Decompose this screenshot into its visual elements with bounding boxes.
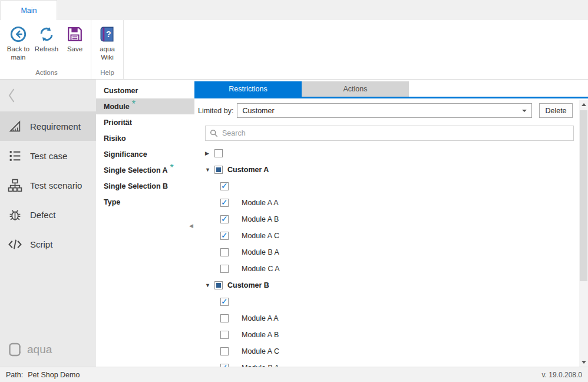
sidebar-item-requirement[interactable]: Requirement xyxy=(0,111,96,141)
modified-asterisk-icon: * xyxy=(132,99,136,110)
limited-by-label: Limited by: xyxy=(198,107,233,115)
limited-by-dropdown[interactable]: Customer xyxy=(237,103,532,118)
tree-item-label: Module A B xyxy=(242,215,279,223)
field-item-priorit-t[interactable]: Priorität xyxy=(96,114,194,130)
scroll-up-icon[interactable] xyxy=(579,100,588,109)
checkbox-unchecked[interactable] xyxy=(220,314,229,322)
ribbon-button-label: Back to main xyxy=(4,45,32,61)
field-item-risiko[interactable]: Risiko xyxy=(96,130,194,146)
tab-restrictions[interactable]: Restrictions xyxy=(194,81,302,97)
tree-item-module-a-c[interactable]: Module A C xyxy=(205,343,588,360)
splitter-collapse-icon[interactable] xyxy=(189,223,193,229)
sidebar-collapse-button[interactable] xyxy=(0,80,96,111)
chevron-down-icon xyxy=(522,110,527,112)
checkbox-checked[interactable] xyxy=(220,364,229,367)
aqua-wiki-button[interactable]: ?aqua Wiki xyxy=(93,24,121,61)
tree-item-label: Module A C xyxy=(242,347,279,355)
refresh-icon xyxy=(38,25,55,43)
ribbon-group-actions: Back to mainRefreshSaveActions xyxy=(2,20,91,79)
restrictions-panel: RestrictionsActions Limited by: Customer… xyxy=(194,80,588,367)
tree-item-label: Module B A xyxy=(242,364,279,367)
version-label: v. 19.0.208.0 xyxy=(542,371,583,379)
checkbox-checked[interactable] xyxy=(220,232,229,240)
vertical-scrollbar[interactable] xyxy=(579,100,588,367)
sidebar-item-defect[interactable]: Defect xyxy=(0,200,96,229)
checkbox-unchecked[interactable] xyxy=(220,265,229,273)
ribbon-tab-main[interactable]: Main xyxy=(1,0,57,20)
tree-expander-icon[interactable]: ▼ xyxy=(205,167,214,173)
save-icon xyxy=(66,25,84,43)
tree-item-customer-b[interactable]: ▼Customer B xyxy=(205,277,588,294)
tree-item-module-a-b[interactable]: Module A B xyxy=(205,211,588,228)
sidebar-item-label: Defect xyxy=(30,210,55,220)
checkbox-checked[interactable] xyxy=(220,215,229,223)
checkbox-unchecked[interactable] xyxy=(214,149,223,157)
sidebar-item-label: Test case xyxy=(30,151,67,161)
script-icon xyxy=(8,237,22,252)
scroll-down-icon[interactable] xyxy=(579,358,588,367)
checkbox-checked[interactable] xyxy=(220,298,229,306)
checkbox-indeterminate[interactable] xyxy=(214,166,223,174)
tree-item-label: Module A B xyxy=(242,331,279,339)
checkbox-checked[interactable] xyxy=(220,182,229,190)
checkbox-unchecked[interactable] xyxy=(220,248,229,256)
tree-item-blank[interactable] xyxy=(205,294,588,310)
tree-item-module-a-b[interactable]: Module A B xyxy=(205,327,588,343)
testscenario-icon xyxy=(8,178,22,193)
search-box xyxy=(205,126,574,141)
tree-item-module-b-a[interactable]: Module B A xyxy=(205,360,588,367)
field-item-single-selection-a[interactable]: Single Selection A* xyxy=(96,162,194,178)
ribbon: Back to mainRefreshSaveActions?aqua Wiki… xyxy=(0,20,588,80)
field-item-customer[interactable]: Customer xyxy=(96,83,194,98)
field-list: CustomerModule*PrioritätRisikoSignifican… xyxy=(96,80,194,367)
tab-actions[interactable]: Actions xyxy=(302,81,409,97)
tree-item-module-a-c[interactable]: Module A C xyxy=(205,228,588,244)
refresh-button[interactable]: Refresh xyxy=(32,24,61,54)
save-button[interactable]: Save xyxy=(61,24,89,54)
wiki-icon: ? xyxy=(98,25,116,43)
aqua-logo-icon xyxy=(7,342,22,357)
checkbox-unchecked[interactable] xyxy=(220,347,229,355)
main-area: RequirementTest caseTest scenarioDefectS… xyxy=(0,80,588,367)
tree-item-blank[interactable] xyxy=(205,178,588,195)
back-to-main-button[interactable]: Back to main xyxy=(4,24,32,61)
panel-tabs: RestrictionsActions xyxy=(194,81,588,98)
tree-item-label: Module A A xyxy=(242,199,279,207)
limited-by-row: Limited by: Customer Delete xyxy=(198,103,573,118)
tree-item-blank[interactable]: ▶ xyxy=(205,145,588,162)
field-item-label: Type xyxy=(104,198,120,206)
status-bar: Path:Pet Shop Demo v. 19.0.208.0 xyxy=(0,367,588,382)
ribbon-button-label: Save xyxy=(67,45,82,54)
field-item-label: Risiko xyxy=(104,134,126,143)
field-item-significance[interactable]: Significance xyxy=(96,146,194,162)
checkbox-checked[interactable] xyxy=(220,199,229,207)
tree-item-module-b-a[interactable]: Module B A xyxy=(205,244,588,261)
tree-item-module-c-a[interactable]: Module C A xyxy=(205,261,588,277)
ribbon-group-help: ?aqua WikiHelp xyxy=(91,20,124,79)
field-item-module[interactable]: Module* xyxy=(96,98,194,114)
search-icon xyxy=(210,129,218,137)
field-item-label: Single Selection B xyxy=(104,182,168,190)
checkbox-unchecked[interactable] xyxy=(220,331,229,339)
tree-expander-icon[interactable]: ▼ xyxy=(205,282,214,288)
sidebar: RequirementTest caseTest scenarioDefectS… xyxy=(0,80,96,367)
field-item-single-selection-b[interactable]: Single Selection B xyxy=(96,178,194,194)
path-info: Path:Pet Shop Demo xyxy=(6,371,80,379)
checkbox-indeterminate[interactable] xyxy=(214,281,223,289)
sidebar-item-label: Test scenario xyxy=(30,180,82,190)
tree-item-module-a-a[interactable]: Module A A xyxy=(205,310,588,327)
ribbon-button-row: Back to mainRefreshSave xyxy=(4,20,89,68)
delete-button[interactable]: Delete xyxy=(539,103,573,118)
scrollbar-thumb[interactable] xyxy=(580,110,587,281)
field-item-label: Module xyxy=(104,103,130,111)
field-item-type[interactable]: Type xyxy=(96,194,194,210)
tree-item-module-a-a[interactable]: Module A A xyxy=(205,195,588,211)
sidebar-item-test-case[interactable]: Test case xyxy=(0,141,96,170)
sidebar-item-test-scenario[interactable]: Test scenario xyxy=(0,170,96,200)
tree-item-customer-a[interactable]: ▼Customer A xyxy=(205,162,588,178)
tree-expander-icon[interactable]: ▶ xyxy=(205,150,214,156)
sidebar-item-script[interactable]: Script xyxy=(0,229,96,259)
field-item-label: Customer xyxy=(104,87,138,95)
search-input[interactable] xyxy=(205,126,574,141)
limited-by-value: Customer xyxy=(242,107,274,115)
